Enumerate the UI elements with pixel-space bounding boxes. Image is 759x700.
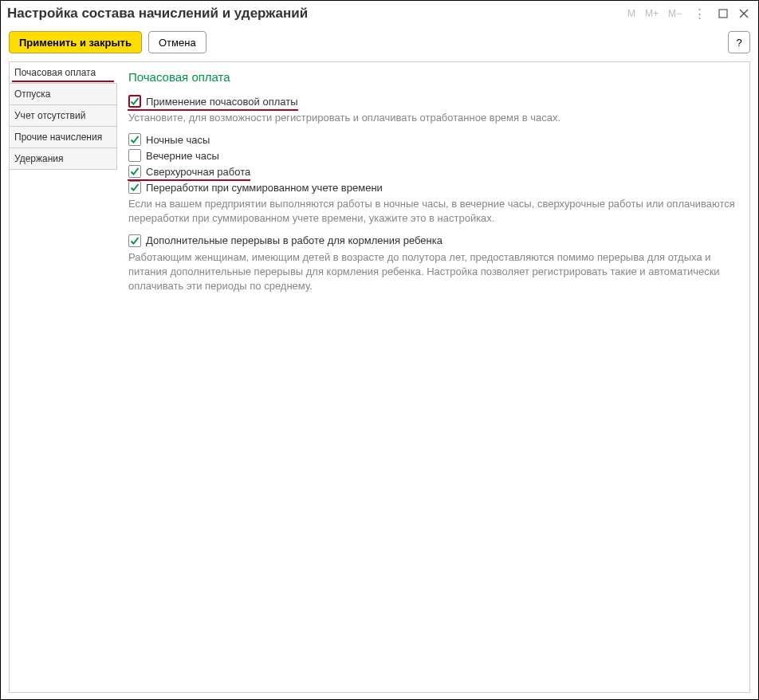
- calc-mplus-button[interactable]: M+: [643, 6, 661, 21]
- checkbox-wrap: Переработки при суммированном учете врем…: [128, 181, 383, 194]
- checkbox-label[interactable]: Ночные часы: [146, 134, 210, 146]
- sidebar-item-label: Отпуска: [14, 88, 50, 100]
- checkbox-row: Вечерние часы: [128, 149, 738, 162]
- highlight-underline: [12, 81, 114, 82]
- checkbox-label[interactable]: Сверхурочная работа: [146, 166, 250, 178]
- checkbox[interactable]: [128, 95, 141, 108]
- checkbox-row: Применение почасовой оплаты: [128, 95, 738, 108]
- sidebar-item-label: Учет отсутствий: [14, 110, 85, 121]
- sidebar: Почасовая оплатаОтпускаУчет отсутствийПр…: [10, 62, 117, 692]
- checkbox-row: Ночные часы: [128, 133, 738, 146]
- sidebar-item[interactable]: Удержания: [10, 148, 117, 170]
- content-heading: Почасовая оплата: [128, 70, 738, 84]
- apply-and-close-button[interactable]: Применить и закрыть: [9, 31, 142, 53]
- checkbox[interactable]: [128, 165, 141, 178]
- checkbox-row: Переработки при суммированном учете врем…: [128, 181, 738, 194]
- svg-rect-0: [719, 10, 727, 18]
- calc-m-button[interactable]: M: [625, 6, 638, 21]
- sidebar-item[interactable]: Почасовая оплата: [10, 62, 117, 84]
- kebab-icon[interactable]: ⋮: [689, 5, 710, 22]
- sidebar-item[interactable]: Прочие начисления: [10, 127, 117, 148]
- checkbox[interactable]: [128, 181, 141, 194]
- maximize-icon[interactable]: [715, 6, 731, 22]
- toolbar: Применить и закрыть Отмена ?: [1, 26, 758, 61]
- content-panel: Почасовая оплата Применение почасовой оп…: [117, 62, 749, 692]
- checkbox-wrap: Применение почасовой оплаты: [128, 95, 298, 108]
- main-area: Почасовая оплатаОтпускаУчет отсутствийПр…: [9, 61, 750, 693]
- sidebar-item[interactable]: Учет отсутствий: [10, 105, 117, 127]
- checkbox[interactable]: [128, 133, 141, 146]
- checkbox-wrap: Ночные часы: [128, 133, 210, 146]
- checkbox-row: Сверхурочная работа: [128, 165, 738, 178]
- sidebar-item-label: Прочие начисления: [14, 132, 102, 143]
- cancel-button[interactable]: Отмена: [148, 31, 206, 53]
- window-title: Настройка состава начислений и удержаний: [7, 6, 625, 22]
- help-button[interactable]: ?: [728, 31, 750, 53]
- checkbox[interactable]: [128, 234, 141, 247]
- close-icon[interactable]: [736, 6, 752, 22]
- checkbox-label[interactable]: Вечерние часы: [146, 150, 219, 162]
- sidebar-item[interactable]: Отпуска: [10, 84, 117, 105]
- sidebar-item-label: Удержания: [14, 153, 64, 164]
- titlebar: Настройка состава начислений и удержаний…: [1, 1, 758, 26]
- description-text: Установите, для возможности регистрирова…: [128, 111, 738, 125]
- description-text: Работающим женщинам, имеющим детей в воз…: [128, 250, 738, 294]
- checkbox[interactable]: [128, 149, 141, 162]
- calc-mminus-button[interactable]: M−: [666, 6, 684, 21]
- checkbox-label[interactable]: Дополнительные перерывы в работе для кор…: [146, 234, 442, 246]
- checkbox-wrap: Дополнительные перерывы в работе для кор…: [128, 234, 442, 247]
- checkbox-label[interactable]: Переработки при суммированном учете врем…: [146, 182, 383, 194]
- highlight-underline: [128, 109, 298, 111]
- sidebar-item-label: Почасовая оплата: [14, 67, 96, 78]
- description-text: Если на вашем предприятии выполняются ра…: [128, 197, 738, 226]
- checkbox-wrap: Вечерние часы: [128, 149, 219, 162]
- checkbox-row: Дополнительные перерывы в работе для кор…: [128, 234, 738, 247]
- checkbox-wrap: Сверхурочная работа: [128, 165, 250, 178]
- titlebar-controls: M M+ M− ⋮: [625, 5, 752, 22]
- checkbox-label[interactable]: Применение почасовой оплаты: [146, 96, 298, 108]
